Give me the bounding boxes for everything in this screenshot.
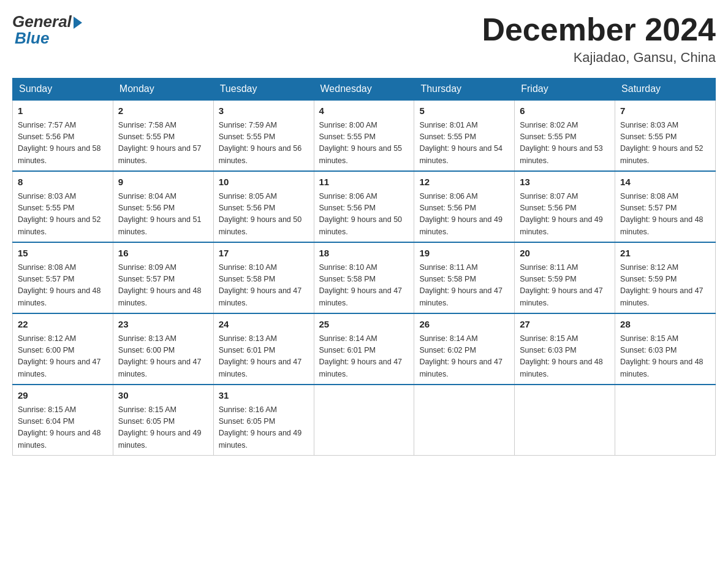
logo: General Blue [12, 12, 82, 48]
calendar-cell: 17Sunrise: 8:10 AMSunset: 5:58 PMDayligh… [213, 242, 314, 313]
day-sun-info: Sunrise: 7:58 AMSunset: 5:55 PMDaylight:… [118, 120, 208, 167]
day-number: 20 [520, 247, 610, 261]
day-number: 4 [319, 104, 409, 118]
calendar-cell [515, 385, 615, 456]
calendar-cell: 23Sunrise: 8:13 AMSunset: 6:00 PMDayligh… [113, 313, 213, 385]
calendar-cell: 11Sunrise: 8:06 AMSunset: 5:56 PMDayligh… [314, 171, 414, 242]
calendar-cell: 16Sunrise: 8:09 AMSunset: 5:57 PMDayligh… [113, 242, 213, 313]
day-number: 2 [118, 104, 208, 118]
day-number: 1 [18, 104, 108, 118]
day-sun-info: Sunrise: 8:08 AMSunset: 5:57 PMDaylight:… [18, 262, 108, 310]
day-sun-info: Sunrise: 8:15 AMSunset: 6:05 PMDaylight:… [118, 404, 208, 452]
calendar-header-row: SundayMondayTuesdayWednesdayThursdayFrid… [13, 79, 716, 101]
day-sun-info: Sunrise: 8:13 AMSunset: 6:01 PMDaylight:… [219, 333, 309, 381]
logo-arrow-icon [74, 17, 82, 29]
day-sun-info: Sunrise: 8:12 AMSunset: 6:00 PMDaylight:… [18, 333, 108, 381]
day-sun-info: Sunrise: 8:13 AMSunset: 6:00 PMDaylight:… [118, 333, 208, 381]
calendar-cell: 26Sunrise: 8:14 AMSunset: 6:02 PMDayligh… [414, 313, 515, 385]
day-sun-info: Sunrise: 8:14 AMSunset: 6:01 PMDaylight:… [319, 333, 409, 381]
day-number: 7 [620, 104, 710, 118]
day-number: 9 [118, 175, 208, 190]
location-subtitle: Kajiadao, Gansu, China [482, 50, 716, 66]
day-number: 18 [319, 247, 409, 261]
day-number: 5 [419, 104, 509, 118]
day-number: 29 [18, 389, 108, 403]
calendar-cell: 13Sunrise: 8:07 AMSunset: 5:56 PMDayligh… [515, 171, 615, 242]
calendar-cell: 25Sunrise: 8:14 AMSunset: 6:01 PMDayligh… [314, 313, 414, 385]
day-sun-info: Sunrise: 8:15 AMSunset: 6:03 PMDaylight:… [620, 333, 710, 381]
day-sun-info: Sunrise: 8:11 AMSunset: 5:58 PMDaylight:… [419, 262, 509, 310]
day-number: 27 [520, 318, 610, 332]
day-sun-info: Sunrise: 8:02 AMSunset: 5:55 PMDaylight:… [520, 120, 610, 167]
day-sun-info: Sunrise: 8:09 AMSunset: 5:57 PMDaylight:… [118, 262, 208, 310]
calendar-cell: 10Sunrise: 8:05 AMSunset: 5:56 PMDayligh… [213, 171, 314, 242]
day-sun-info: Sunrise: 8:07 AMSunset: 5:56 PMDaylight:… [520, 191, 610, 239]
calendar-cell: 27Sunrise: 8:15 AMSunset: 6:03 PMDayligh… [515, 313, 615, 385]
calendar-cell: 1Sunrise: 7:57 AMSunset: 5:56 PMDaylight… [13, 100, 113, 171]
day-sun-info: Sunrise: 8:04 AMSunset: 5:56 PMDaylight:… [118, 191, 208, 239]
day-number: 31 [219, 389, 309, 403]
calendar-cell: 6Sunrise: 8:02 AMSunset: 5:55 PMDaylight… [515, 100, 615, 171]
day-number: 30 [118, 389, 208, 403]
day-sun-info: Sunrise: 8:10 AMSunset: 5:58 PMDaylight:… [219, 262, 309, 310]
day-number: 28 [620, 318, 710, 332]
calendar-cell: 30Sunrise: 8:15 AMSunset: 6:05 PMDayligh… [113, 385, 213, 456]
calendar-cell: 24Sunrise: 8:13 AMSunset: 6:01 PMDayligh… [213, 313, 314, 385]
calendar-cell [314, 385, 414, 456]
day-number: 26 [419, 318, 509, 332]
calendar-cell: 20Sunrise: 8:11 AMSunset: 5:59 PMDayligh… [515, 242, 615, 313]
calendar-cell: 29Sunrise: 8:15 AMSunset: 6:04 PMDayligh… [13, 385, 113, 456]
day-number: 11 [319, 175, 409, 190]
day-sun-info: Sunrise: 7:59 AMSunset: 5:55 PMDaylight:… [219, 120, 309, 167]
day-number: 24 [219, 318, 309, 332]
calendar-cell: 19Sunrise: 8:11 AMSunset: 5:58 PMDayligh… [414, 242, 515, 313]
day-number: 6 [520, 104, 610, 118]
day-number: 19 [419, 247, 509, 261]
calendar-week-row: 22Sunrise: 8:12 AMSunset: 6:00 PMDayligh… [13, 313, 716, 385]
calendar-header-saturday: Saturday [615, 79, 716, 101]
calendar-header-monday: Monday [113, 79, 213, 101]
calendar-cell: 7Sunrise: 8:03 AMSunset: 5:55 PMDaylight… [615, 100, 716, 171]
day-sun-info: Sunrise: 8:01 AMSunset: 5:55 PMDaylight:… [419, 120, 509, 167]
calendar-cell: 2Sunrise: 7:58 AMSunset: 5:55 PMDaylight… [113, 100, 213, 171]
calendar-cell: 31Sunrise: 8:16 AMSunset: 6:05 PMDayligh… [213, 385, 314, 456]
calendar-cell: 5Sunrise: 8:01 AMSunset: 5:55 PMDaylight… [414, 100, 515, 171]
calendar-cell: 21Sunrise: 8:12 AMSunset: 5:59 PMDayligh… [615, 242, 716, 313]
day-sun-info: Sunrise: 8:15 AMSunset: 6:04 PMDaylight:… [18, 404, 108, 452]
calendar-cell: 9Sunrise: 8:04 AMSunset: 5:56 PMDaylight… [113, 171, 213, 242]
day-number: 15 [18, 247, 108, 261]
day-number: 3 [219, 104, 309, 118]
month-title: December 2024 [482, 12, 716, 47]
day-sun-info: Sunrise: 8:16 AMSunset: 6:05 PMDaylight:… [219, 404, 309, 452]
day-sun-info: Sunrise: 8:05 AMSunset: 5:56 PMDaylight:… [219, 191, 309, 239]
calendar-cell [615, 385, 716, 456]
calendar-cell: 15Sunrise: 8:08 AMSunset: 5:57 PMDayligh… [13, 242, 113, 313]
calendar-cell: 12Sunrise: 8:06 AMSunset: 5:56 PMDayligh… [414, 171, 515, 242]
day-number: 25 [319, 318, 409, 332]
day-sun-info: Sunrise: 8:11 AMSunset: 5:59 PMDaylight:… [520, 262, 610, 310]
calendar-week-row: 1Sunrise: 7:57 AMSunset: 5:56 PMDaylight… [13, 100, 716, 171]
day-number: 10 [219, 175, 309, 190]
day-number: 12 [419, 175, 509, 190]
calendar-header-thursday: Thursday [414, 79, 515, 101]
day-sun-info: Sunrise: 8:08 AMSunset: 5:57 PMDaylight:… [620, 191, 710, 239]
page-header: General Blue December 2024 Kajiadao, Gan… [12, 12, 716, 66]
day-sun-info: Sunrise: 8:00 AMSunset: 5:55 PMDaylight:… [319, 120, 409, 167]
calendar-header-wednesday: Wednesday [314, 79, 414, 101]
calendar-week-row: 15Sunrise: 8:08 AMSunset: 5:57 PMDayligh… [13, 242, 716, 313]
calendar-cell: 14Sunrise: 8:08 AMSunset: 5:57 PMDayligh… [615, 171, 716, 242]
calendar-cell: 22Sunrise: 8:12 AMSunset: 6:00 PMDayligh… [13, 313, 113, 385]
day-number: 8 [18, 175, 108, 190]
day-number: 21 [620, 247, 710, 261]
day-number: 23 [118, 318, 208, 332]
day-number: 22 [18, 318, 108, 332]
calendar-cell: 18Sunrise: 8:10 AMSunset: 5:58 PMDayligh… [314, 242, 414, 313]
logo-blue-text: Blue [12, 29, 49, 48]
calendar-header-sunday: Sunday [13, 79, 113, 101]
calendar-header-tuesday: Tuesday [213, 79, 314, 101]
day-sun-info: Sunrise: 8:10 AMSunset: 5:58 PMDaylight:… [319, 262, 409, 310]
day-sun-info: Sunrise: 7:57 AMSunset: 5:56 PMDaylight:… [18, 120, 108, 167]
day-sun-info: Sunrise: 8:06 AMSunset: 5:56 PMDaylight:… [319, 191, 409, 239]
calendar-table: SundayMondayTuesdayWednesdayThursdayFrid… [12, 78, 716, 456]
calendar-header-friday: Friday [515, 79, 615, 101]
